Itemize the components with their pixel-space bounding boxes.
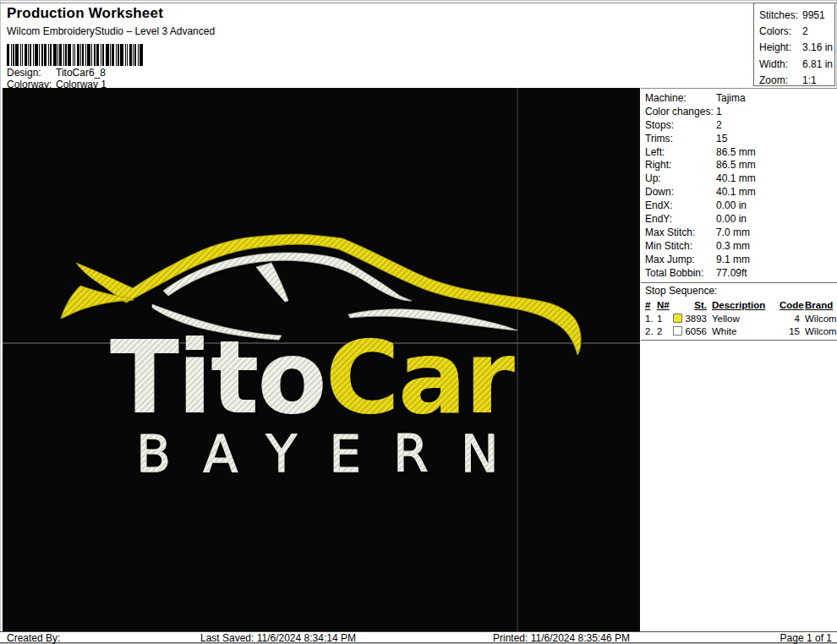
cell-description: Yellow <box>707 314 780 324</box>
stop-sequence-section: Stop Sequence: # N# St. Description Code… <box>641 282 837 341</box>
info-label: Up: <box>645 172 716 184</box>
info-label: Total Bobbin: <box>645 267 716 279</box>
stop-sequence-bottom-border <box>641 340 837 341</box>
info-label: Left: <box>645 146 716 158</box>
machine-info-list: Machine:TajimaColor changes:1Stops:2Trim… <box>641 89 837 280</box>
summary-value: 1:1 <box>802 74 817 86</box>
info-value: 40.1 mm <box>716 172 756 184</box>
info-value: 7.0 mm <box>716 226 750 238</box>
design-canvas: TitoCar BAYERN <box>3 88 640 631</box>
printed-text: Printed: 11/6/2024 8:35:46 PM <box>493 633 630 643</box>
summary-row: Colors:2 <box>759 24 834 40</box>
stop-sequence-header-row: # N# St. Description Code Brand <box>645 298 834 312</box>
info-label: Color changes: <box>645 106 716 117</box>
summary-value: 3.16 in <box>802 41 833 53</box>
cell-n: 1 <box>657 314 670 324</box>
column-header-st: St. <box>670 300 707 310</box>
info-label: Machine: <box>645 92 716 104</box>
design-svg: TitoCar BAYERN <box>3 88 640 631</box>
column-header-description: Description <box>707 300 780 310</box>
design-value: TitoCar6_8 <box>56 67 106 79</box>
column-header-n: N# <box>657 300 670 310</box>
info-row: Color changes:1 <box>645 106 837 119</box>
info-value: Tajima <box>716 92 746 104</box>
design-summary-box: Stitches:9951Colors:2Height:3.16 inWidth… <box>753 3 835 86</box>
column-header-code: Code <box>780 300 800 310</box>
summary-row: Zoom:1:1 <box>759 73 834 89</box>
column-header-num: # <box>645 300 657 310</box>
info-row: Left:86.5 mm <box>645 146 837 160</box>
info-value: 86.5 mm <box>716 146 756 158</box>
summary-row: Height:3.16 in <box>759 40 834 56</box>
design-meta: Design:TitoCar6_8 Colorway:Colorway 1 <box>7 68 107 90</box>
info-row: Stops:2 <box>645 119 837 133</box>
info-row: Down:40.1 mm <box>645 186 837 199</box>
info-label: Right: <box>645 159 716 171</box>
summary-value: 9951 <box>802 9 825 21</box>
info-row: Min Stitch:0.3 mm <box>645 240 837 254</box>
cell-num: 2. <box>645 326 657 336</box>
logo-text-yellow: Car <box>326 319 515 436</box>
cell-description: White <box>707 326 780 336</box>
thread-swatch <box>673 314 682 323</box>
cell-code: 15 <box>780 326 800 336</box>
info-row: Trims:15 <box>645 133 837 146</box>
cell-code: 4 <box>780 314 800 324</box>
created-by-label: Created By: <box>7 633 60 643</box>
machine-info-panel: Machine:TajimaColor changes:1Stops:2Trim… <box>641 88 837 631</box>
summary-label: Width: <box>759 57 802 73</box>
summary-label: Zoom: <box>759 73 802 89</box>
info-value: 1 <box>716 106 722 117</box>
cell-st: 6056 <box>670 326 707 336</box>
cell-n: 2 <box>657 326 670 336</box>
production-worksheet-page: Production Worksheet Wilcom EmbroiderySt… <box>0 0 837 644</box>
summary-row: Stitches:9951 <box>759 8 834 24</box>
last-saved-text: Last Saved: 11/6/2024 8:34:14 PM <box>200 633 356 643</box>
table-row: 2.26056White15Wilcom <box>645 325 834 338</box>
info-value: 86.5 mm <box>716 159 756 171</box>
info-row: Max Jump:9.1 mm <box>645 254 837 267</box>
page-top-border <box>0 3 837 3</box>
summary-value: 6.81 in <box>802 58 833 70</box>
stop-sequence-rows: 1.13893Yellow4Wilcom2.26056White15Wilcom <box>645 312 834 338</box>
info-label: EndX: <box>645 199 716 211</box>
thread-number: 6056 <box>685 326 707 336</box>
info-row: Right:86.5 mm <box>645 159 837 172</box>
thread-swatch <box>673 326 682 336</box>
design-row: Design:TitoCar6_8 <box>7 68 107 79</box>
summary-label: Stitches: <box>759 8 802 24</box>
summary-label: Colors: <box>759 24 802 40</box>
column-header-brand: Brand <box>800 300 834 310</box>
app-subtitle: Wilcom EmbroideryStudio – Level 3 Advanc… <box>7 25 215 37</box>
info-value: 40.1 mm <box>716 186 756 198</box>
design-label: Design: <box>7 68 56 79</box>
info-label: Stops: <box>645 119 716 131</box>
summary-row: Width:6.81 in <box>759 57 834 73</box>
header: Production Worksheet Wilcom EmbroiderySt… <box>7 5 215 37</box>
cell-brand: Wilcom <box>800 314 837 324</box>
logo-wordmark: TitoCar <box>110 319 515 436</box>
info-label: EndY: <box>645 213 716 225</box>
info-value: 0.00 in <box>716 213 747 225</box>
summary-label: Height: <box>759 40 802 56</box>
info-row: Up:40.1 mm <box>645 172 837 186</box>
car-pillar-white <box>256 263 288 302</box>
info-label: Max Stitch: <box>645 226 716 238</box>
footer: Created By: Last Saved: 11/6/2024 8:34:1… <box>0 631 837 643</box>
page-indicator: Page 1 of 1 <box>780 633 832 643</box>
cell-brand: Wilcom <box>800 326 837 336</box>
info-label: Max Jump: <box>645 254 716 265</box>
cell-st: 3893 <box>670 314 707 324</box>
info-value: 2 <box>716 119 722 131</box>
thread-number: 3893 <box>685 314 707 324</box>
stop-sequence-title: Stop Sequence: <box>645 285 834 298</box>
info-row: Total Bobbin:77.09ft <box>645 267 837 281</box>
info-row: EndY:0.00 in <box>645 213 837 226</box>
info-value: 9.1 mm <box>716 254 750 265</box>
info-value: 77.09ft <box>716 267 747 279</box>
logo-text-white: Tito <box>110 319 326 436</box>
barcode <box>7 44 145 66</box>
info-label: Trims: <box>645 133 716 145</box>
info-row: Max Stitch:7.0 mm <box>645 226 837 240</box>
info-value: 15 <box>716 133 727 145</box>
